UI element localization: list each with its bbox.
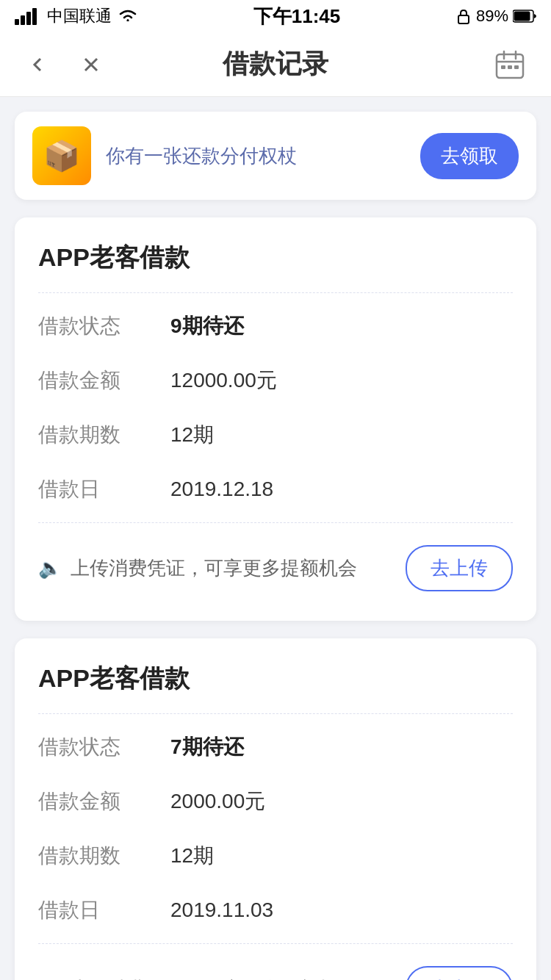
close-button[interactable] (75, 48, 107, 81)
upload-text-1: 🔈 上传消费凭证，可享更多提额机会 (38, 555, 357, 581)
loan-card-2: APP老客借款 借款状态 7期待还 借款金额 2000.00元 借款期数 12期… (15, 638, 536, 980)
loan-periods-row-1: 借款期数 12期 (38, 408, 513, 462)
loan-periods-row-2: 借款期数 12期 (38, 829, 513, 883)
status-right: 89% (455, 7, 536, 26)
loan-status-label-1: 借款状态 (38, 312, 170, 340)
page-title: 借款记录 (223, 46, 328, 82)
divider-4 (38, 943, 513, 944)
svg-rect-4 (458, 15, 469, 24)
svg-rect-15 (514, 65, 519, 69)
banner-text: 你有一张还款分付权杖 (106, 143, 406, 169)
svg-rect-13 (501, 65, 505, 69)
calendar-icon (494, 48, 526, 81)
status-left: 中国联通 (15, 5, 138, 27)
loan-periods-label-2: 借款期数 (38, 842, 170, 870)
wifi-icon (118, 8, 138, 24)
battery-percent: 89% (476, 7, 508, 26)
nav-left (22, 48, 107, 81)
banner-button[interactable]: 去领取 (420, 133, 519, 179)
banner-icon: 📦 (32, 126, 91, 185)
svg-rect-6 (514, 12, 530, 21)
speaker-icon-1: 🔈 (38, 557, 62, 580)
status-time: 下午11:45 (253, 4, 341, 29)
back-button[interactable] (22, 48, 54, 81)
close-icon (82, 56, 100, 73)
loan-periods-label-1: 借款期数 (38, 421, 170, 449)
upload-text-2: 🔈 上传消费凭证，可享更多提额机会 (38, 976, 357, 980)
loan-amount-row-2: 借款金额 2000.00元 (38, 774, 513, 829)
loan-date-label-2: 借款日 (38, 896, 170, 924)
banner-card: 📦 你有一张还款分付权杖 去领取 (15, 112, 536, 200)
upload-row-2: 🔈 上传消费凭证，可享更多提额机会 去上传 (38, 950, 513, 980)
svg-rect-2 (26, 12, 31, 25)
svg-rect-1 (21, 15, 25, 25)
loan-amount-label-2: 借款金额 (38, 788, 170, 815)
loan-status-label-2: 借款状态 (38, 733, 170, 761)
back-icon (29, 56, 47, 73)
calendar-button[interactable] (491, 46, 529, 84)
carrier-label: 中国联通 (47, 5, 112, 27)
divider-1 (38, 292, 513, 293)
loan-amount-label-1: 借款金额 (38, 367, 170, 394)
loan-amount-row-1: 借款金额 12000.00元 (38, 353, 513, 408)
loan-periods-value-2: 12期 (170, 842, 214, 870)
loan-card-2-title: APP老客借款 (38, 662, 513, 696)
upload-button-2[interactable]: 去上传 (406, 966, 513, 980)
nav-bar: 借款记录 (0, 32, 551, 97)
lock-icon (455, 8, 472, 24)
loan-date-value-2: 2019.11.03 (170, 898, 273, 922)
status-bar: 中国联通 下午11:45 89% (0, 0, 551, 32)
svg-rect-14 (508, 65, 512, 69)
loan-amount-value-2: 2000.00元 (170, 788, 265, 815)
loan-amount-value-1: 12000.00元 (170, 367, 277, 394)
loan-status-row-1: 借款状态 9期待还 (38, 299, 513, 353)
loan-status-value-1: 9期待还 (170, 312, 244, 340)
loan-date-label-1: 借款日 (38, 475, 170, 503)
battery-icon (513, 10, 536, 23)
upload-description-2: 上传消费凭证，可享更多提额机会 (71, 976, 357, 980)
upload-row-1: 🔈 上传消费凭证，可享更多提额机会 去上传 (38, 529, 513, 597)
divider-3 (38, 713, 513, 714)
divider-2 (38, 522, 513, 523)
svg-rect-0 (15, 19, 19, 25)
loan-date-value-1: 2019.12.18 (170, 478, 273, 501)
loan-periods-value-1: 12期 (170, 421, 214, 449)
upload-description-1: 上传消费凭证，可享更多提额机会 (71, 555, 357, 581)
signal-icon (15, 7, 41, 25)
svg-rect-3 (32, 8, 37, 25)
loan-date-row-2: 借款日 2019.11.03 (38, 883, 513, 937)
loan-date-row-1: 借款日 2019.12.18 (38, 462, 513, 516)
loan-card-1: APP老客借款 借款状态 9期待还 借款金额 12000.00元 借款期数 12… (15, 217, 536, 621)
loan-status-row-2: 借款状态 7期待还 (38, 720, 513, 774)
loan-status-value-2: 7期待还 (170, 733, 244, 761)
loan-card-1-title: APP老客借款 (38, 241, 513, 275)
upload-button-1[interactable]: 去上传 (406, 545, 513, 591)
